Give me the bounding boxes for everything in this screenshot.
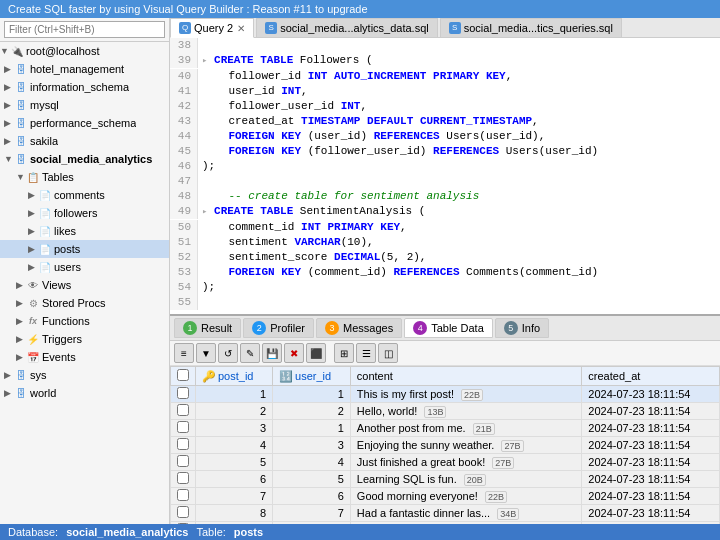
sidebar-item-sys[interactable]: ▶🗄sys: [0, 366, 169, 384]
tree-label-sys: sys: [30, 369, 47, 381]
header-row: 🔑post_id 🔢user_id content created_at: [171, 367, 720, 386]
cell-post-id-5: 6: [196, 471, 273, 488]
toolbar-grid[interactable]: ⊞: [334, 343, 354, 363]
sidebar-item-tables[interactable]: ▼📋Tables: [0, 168, 169, 186]
table-row[interactable]: 11This is my first post! 22B2024-07-23 1…: [171, 386, 720, 403]
line-content-51[interactable]: sentiment VARCHAR(10),: [198, 235, 720, 250]
line-content-48[interactable]: -- create table for sentiment analysis: [198, 189, 720, 204]
sidebar-item-perf[interactable]: ▶🗄performance_schema: [0, 114, 169, 132]
table-row[interactable]: 31Another post from me. 21B2024-07-23 18…: [171, 420, 720, 437]
line-content-49[interactable]: ▸ CREATE TABLE SentimentAnalysis (: [198, 204, 720, 220]
result-tab-num-info: 5: [504, 321, 518, 335]
row-check-0[interactable]: [177, 387, 189, 399]
sidebar-item-info[interactable]: ▶🗄information_schema: [0, 78, 169, 96]
table-row[interactable]: 22Hello, world! 13B2024-07-23 18:11:54: [171, 403, 720, 420]
sql-line-46: 46);: [170, 159, 720, 174]
tree-icon-tables: 📋: [26, 170, 40, 184]
sidebar-item-functions[interactable]: ▶fxFunctions: [0, 312, 169, 330]
sidebar-item-triggers[interactable]: ▶⚡Triggers: [0, 330, 169, 348]
tab-close-query2[interactable]: ✕: [237, 23, 245, 34]
line-content-44[interactable]: FOREIGN KEY (user_id) REFERENCES Users(u…: [198, 129, 720, 144]
expand-arrow-storedprocs: ▶: [16, 298, 26, 308]
result-tab-result[interactable]: 1Result: [174, 318, 241, 338]
cell-content-2: Another post from me. 21B: [350, 420, 582, 437]
table-row[interactable]: 65Learning SQL is fun. 20B2024-07-23 18:…: [171, 471, 720, 488]
table-row[interactable]: 43Enjoying the sunny weather. 27B2024-07…: [171, 437, 720, 454]
col-content: content: [350, 367, 582, 386]
toolbar-form[interactable]: ◫: [378, 343, 398, 363]
row-check-5[interactable]: [177, 472, 189, 484]
row-check-1[interactable]: [177, 404, 189, 416]
cell-content-3: Enjoying the sunny weather. 27B: [350, 437, 582, 454]
sidebar-item-users[interactable]: ▶📄users: [0, 258, 169, 276]
line-content-50[interactable]: comment_id INT PRIMARY KEY,: [198, 220, 720, 235]
tab-query2[interactable]: QQuery 2✕: [170, 18, 254, 38]
result-tab-label-profiler: Profiler: [270, 322, 305, 334]
toolbar-btn-6[interactable]: ✖: [284, 343, 304, 363]
sidebar-item-sma[interactable]: ▼🗄social_media_analytics: [0, 150, 169, 168]
tree-label-followers: followers: [54, 207, 97, 219]
line-content-43[interactable]: created_at TIMESTAMP DEFAULT CURRENT_TIM…: [198, 114, 720, 129]
toolbar-refresh[interactable]: ↺: [218, 343, 238, 363]
sidebar-filter-input[interactable]: [4, 21, 165, 38]
result-tab-profiler[interactable]: 2Profiler: [243, 318, 314, 338]
line-content-46[interactable]: );: [198, 159, 720, 174]
cell-post-id-0: 1: [196, 386, 273, 403]
sidebar-item-sakila[interactable]: ▶🗄sakila: [0, 132, 169, 150]
toolbar-btn-7[interactable]: ⬛: [306, 343, 326, 363]
sidebar-item-posts[interactable]: ▶📄posts: [0, 240, 169, 258]
line-content-53[interactable]: FOREIGN KEY (comment_id) REFERENCES Comm…: [198, 265, 720, 280]
toolbar-btn-1[interactable]: ≡: [174, 343, 194, 363]
line-number-40: 40: [170, 69, 198, 84]
sidebar-item-comments[interactable]: ▶📄comments: [0, 186, 169, 204]
tree-icon-triggers: ⚡: [26, 332, 40, 346]
table-row[interactable]: 54Just finished a great book! 27B2024-07…: [171, 454, 720, 471]
sidebar-item-likes[interactable]: ▶📄likes: [0, 222, 169, 240]
sidebar-item-followers[interactable]: ▶📄followers: [0, 204, 169, 222]
db-value: social_media_analytics: [66, 526, 188, 538]
sidebar-item-storedprocs[interactable]: ▶⚙Stored Procs: [0, 294, 169, 312]
result-tab-info[interactable]: 5Info: [495, 318, 549, 338]
cell-date-0: 2024-07-23 18:11:54: [582, 386, 720, 403]
tree-icon-likes: 📄: [38, 224, 52, 238]
row-check-4[interactable]: [177, 455, 189, 467]
sql-editor[interactable]: 3839▸ CREATE TABLE Followers (40 followe…: [170, 38, 720, 314]
row-check-6[interactable]: [177, 489, 189, 501]
data-toolbar: ≡ ▼ ↺ ✎ 💾 ✖ ⬛ ⊞ ☰ ◫: [170, 341, 720, 366]
table-row[interactable]: 87Had a fantastic dinner las... 34B2024-…: [171, 505, 720, 522]
row-check-7[interactable]: [177, 506, 189, 518]
table-row[interactable]: 76Good morning everyone! 22B2024-07-23 1…: [171, 488, 720, 505]
row-check-3[interactable]: [177, 438, 189, 450]
toolbar-btn-4[interactable]: ✎: [240, 343, 260, 363]
cell-date-7: 2024-07-23 18:11:54: [582, 505, 720, 522]
line-content-52[interactable]: sentiment_score DECIMAL(5, 2),: [198, 250, 720, 265]
line-content-42[interactable]: follower_user_id INT,: [198, 99, 720, 114]
row-check-2[interactable]: [177, 421, 189, 433]
tab-socialdata[interactable]: Ssocial_media...alytics_data.sql: [256, 18, 438, 37]
sidebar-item-events[interactable]: ▶📅Events: [0, 348, 169, 366]
sidebar-item-root[interactable]: ▼🔌root@localhost: [0, 42, 169, 60]
sidebar-item-views[interactable]: ▶👁Views: [0, 276, 169, 294]
line-content-41[interactable]: user_id INT,: [198, 84, 720, 99]
tree-label-tables: Tables: [42, 171, 74, 183]
select-all-checkbox[interactable]: [177, 369, 189, 381]
sidebar-item-hotel[interactable]: ▶🗄hotel_management: [0, 60, 169, 78]
toolbar-list[interactable]: ☰: [356, 343, 376, 363]
sql-line-51: 51 sentiment VARCHAR(10),: [170, 235, 720, 250]
toolbar-btn-2[interactable]: ▼: [196, 343, 216, 363]
result-tab-messages[interactable]: 3Messages: [316, 318, 402, 338]
tab-socialqueries[interactable]: Ssocial_media...tics_queries.sql: [440, 18, 622, 37]
sql-line-43: 43 created_at TIMESTAMP DEFAULT CURRENT_…: [170, 114, 720, 129]
line-content-39[interactable]: ▸ CREATE TABLE Followers (: [198, 53, 720, 69]
tree-label-sma: social_media_analytics: [30, 153, 152, 165]
toolbar-btn-5[interactable]: 💾: [262, 343, 282, 363]
sidebar-item-mysql[interactable]: ▶🗄mysql: [0, 96, 169, 114]
line-content-45[interactable]: FOREIGN KEY (follower_user_id) REFERENCE…: [198, 144, 720, 159]
result-tab-tabledata[interactable]: 4Table Data: [404, 318, 493, 338]
line-content-40[interactable]: follower_id INT AUTO_INCREMENT PRIMARY K…: [198, 69, 720, 84]
sidebar-item-world[interactable]: ▶🗄world: [0, 384, 169, 402]
line-content-54[interactable]: );: [198, 280, 720, 295]
line-number-48: 48: [170, 189, 198, 204]
line-number-39: 39: [170, 53, 198, 68]
row-checkbox-3: [171, 437, 196, 454]
